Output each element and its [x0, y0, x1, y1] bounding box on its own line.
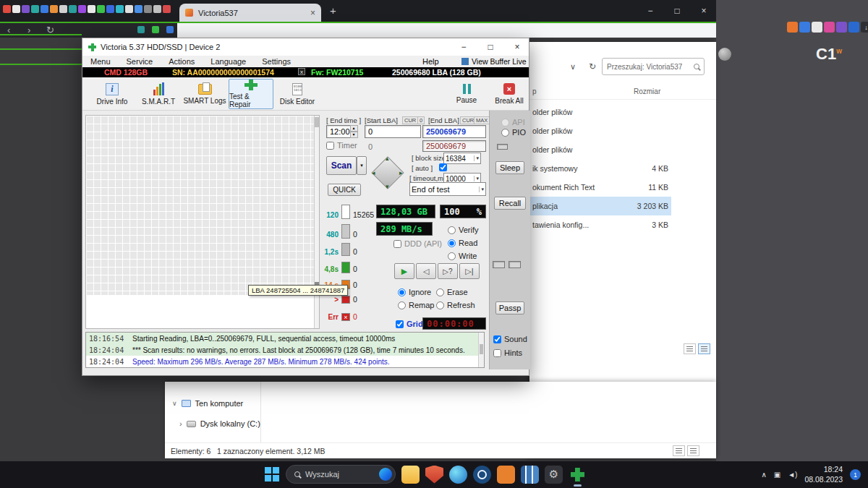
bookmark-icon[interactable] — [144, 5, 152, 13]
bookmark-icon[interactable] — [41, 5, 48, 13]
file-row[interactable]: ik systemowy 4 KB — [529, 159, 671, 178]
browser-tab[interactable]: Victoria537 × — [179, 4, 321, 22]
maximize-button[interactable]: □ — [477, 38, 503, 56]
file-row[interactable]: older plików — [529, 140, 671, 159]
bookmark-icon[interactable] — [31, 5, 39, 13]
erase-radio[interactable]: Erase — [436, 288, 468, 296]
extension-icon[interactable] — [787, 22, 798, 33]
serial-close-icon[interactable]: x — [298, 68, 305, 75]
view-list-toggle[interactable] — [684, 343, 696, 354]
file-row[interactable]: tawienia konfig... 3 KB — [529, 215, 671, 234]
smart-logs-button[interactable]: SMART Logs — [182, 79, 227, 109]
bookmark-icon[interactable] — [135, 5, 142, 13]
log-scrollbar[interactable] — [478, 333, 484, 367]
ddd-checkbox[interactable]: DDD (API) — [393, 239, 442, 248]
column-rozmiar[interactable]: Rozmiar — [634, 87, 660, 95]
sound-check[interactable] — [493, 335, 501, 343]
dpad-right-icon[interactable]: ▸ — [399, 169, 403, 176]
browser-maximize-button[interactable]: □ — [667, 2, 687, 20]
file-row[interactable]: older plików — [529, 103, 671, 121]
volume-icon[interactable]: ◄) — [788, 471, 797, 479]
extension-icon[interactable] — [836, 22, 847, 33]
taskbar-app-icon[interactable]: ⚙ — [545, 466, 563, 484]
cur-chip[interactable]: CUR — [402, 116, 418, 124]
smart-button[interactable]: S.M.A.R.T — [136, 79, 181, 109]
bookmark-icon[interactable] — [12, 5, 20, 13]
toolbar-icon[interactable] — [166, 26, 174, 33]
taskbar-app-icon[interactable] — [473, 466, 491, 484]
column-typ[interactable]: p — [532, 87, 537, 95]
taskbar-app-icon[interactable] — [497, 466, 515, 484]
step-back-button[interactable]: ◁ — [416, 263, 436, 279]
dpad-up-icon[interactable]: ▴ — [386, 155, 389, 162]
scan-grid[interactable] — [86, 116, 315, 295]
scan-dropdown-button[interactable]: ▾ — [357, 156, 367, 175]
block-size-select[interactable]: 16384▾ — [443, 153, 481, 164]
bing-icon[interactable] — [379, 468, 392, 481]
menu-item-help[interactable]: Help — [422, 57, 439, 66]
direction-pad[interactable]: ▴ ▾ ◂ ▸ — [370, 155, 405, 190]
menu-item[interactable]: Actions — [161, 57, 203, 66]
display-icon[interactable]: ▣ — [774, 471, 780, 479]
end-time-spinner[interactable]: 12:00 ▴▾ — [326, 125, 357, 138]
tree-item-this-pc[interactable]: ∨ Ten komputer — [172, 399, 243, 408]
taskbar-app-icon[interactable] — [425, 466, 443, 484]
disk-editor-button[interactable]: 010011 101100 Disk Editor — [275, 79, 320, 109]
file-row[interactable]: okument Rich Text 11 KB — [529, 178, 671, 197]
chevron-right-icon[interactable]: › — [179, 419, 182, 428]
bookmark-icon[interactable] — [50, 5, 58, 13]
extension-icon[interactable] — [799, 22, 810, 33]
ddd-check[interactable] — [393, 240, 401, 248]
test-repair-button[interactable]: Test & Repair — [229, 79, 273, 109]
chevron-down-icon[interactable]: ∨ — [172, 400, 177, 407]
pause-button[interactable]: Pause — [448, 79, 485, 109]
end-action-select[interactable]: End of test▾ — [409, 182, 486, 196]
dpad-left-icon[interactable]: ◂ — [372, 169, 375, 176]
scan-button[interactable]: Scan — [326, 156, 357, 175]
hints-checkbox[interactable]: Hints — [493, 348, 522, 357]
chevron-down-icon[interactable]: ∨ — [570, 62, 576, 72]
timer-checkbox[interactable]: Timer — [326, 141, 357, 150]
menu-item[interactable]: Menu — [82, 57, 119, 66]
scrollbar-thumb[interactable] — [480, 344, 483, 354]
bookmark-icon[interactable] — [116, 5, 124, 13]
taskbar-app-icon[interactable] — [569, 466, 587, 484]
play-button[interactable]: ▶ — [394, 263, 414, 279]
menu-item[interactable]: Language — [203, 57, 254, 66]
bookmark-icon[interactable] — [153, 5, 161, 13]
drive-info-button[interactable]: i Drive Info — [90, 79, 135, 109]
bookmark-icon[interactable] — [22, 5, 30, 13]
notification-badge[interactable]: 1 — [850, 469, 861, 480]
extension-icon[interactable] — [812, 22, 822, 33]
browser-close-button[interactable]: × — [694, 2, 714, 20]
hints-check[interactable] — [493, 349, 501, 357]
recall-button[interactable]: Recall — [494, 197, 526, 210]
grid-checkbox[interactable]: Grid — [396, 320, 423, 328]
pio-radio[interactable]: PIO — [501, 128, 526, 137]
write-radio[interactable]: Write — [448, 252, 477, 260]
auto-checkbox[interactable] — [439, 163, 447, 171]
verify-radio[interactable]: Verify — [448, 226, 479, 234]
bookmark-icon[interactable] — [3, 5, 11, 13]
end-lba-input[interactable]: 250069679 — [422, 125, 486, 138]
sound-checkbox[interactable]: Sound — [493, 335, 527, 343]
ignore-radio-input[interactable] — [398, 288, 406, 296]
bookmark-icon[interactable] — [69, 5, 77, 13]
start-button[interactable] — [264, 466, 280, 482]
close-button[interactable]: × — [504, 38, 530, 56]
extension-icon[interactable]: ↓ — [861, 22, 868, 33]
next-error-button[interactable]: ▷? — [438, 263, 458, 279]
read-radio[interactable]: Read — [448, 239, 477, 247]
bookmark-icon[interactable] — [59, 5, 67, 13]
bookmark-icon[interactable] — [106, 5, 114, 13]
api-radio-input[interactable] — [501, 119, 509, 127]
erase-radio-input[interactable] — [436, 288, 444, 296]
grid-check[interactable] — [396, 320, 404, 328]
bookmark-icon[interactable] — [78, 5, 86, 13]
to-end-button[interactable]: ▷| — [459, 263, 480, 279]
max-chip[interactable]: MAX — [474, 116, 490, 124]
toolbar-icon[interactable] — [152, 26, 159, 33]
sleep-button[interactable]: Sleep — [495, 161, 524, 174]
explorer-search-input[interactable]: Przeszukaj: Victoria537 — [602, 58, 705, 75]
start-lba-input[interactable]: 0 — [365, 125, 421, 138]
